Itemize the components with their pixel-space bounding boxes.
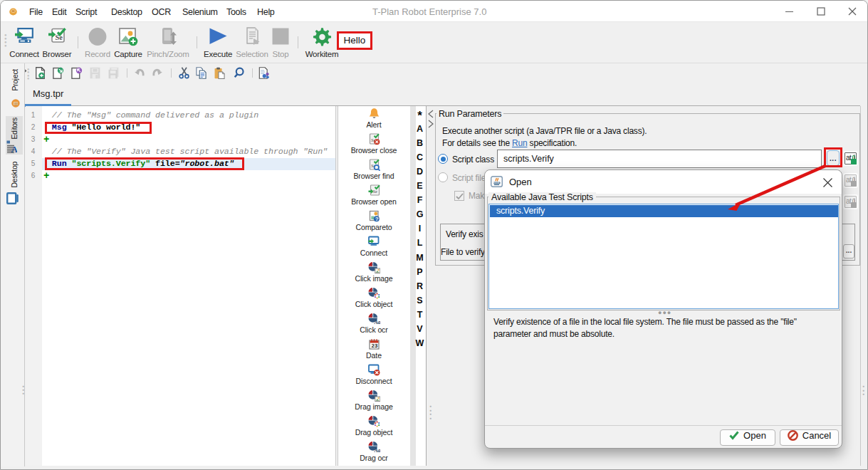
svg-text:A: A [11, 144, 18, 154]
svg-text:23: 23 [371, 343, 377, 349]
svg-text:?: ? [375, 216, 378, 222]
svg-text:Aa: Aa [373, 447, 380, 453]
svg-text:Aa: Aa [373, 319, 380, 325]
svg-text:Se: Se [372, 189, 377, 194]
